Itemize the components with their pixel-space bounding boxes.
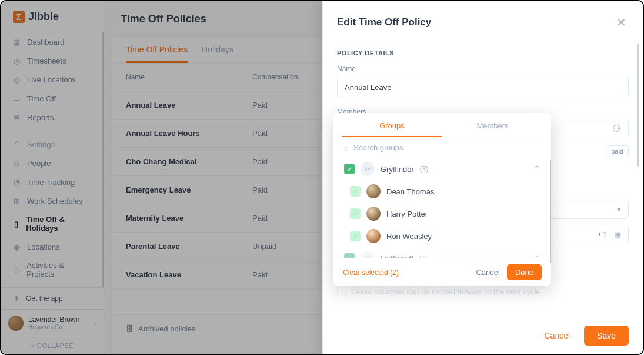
cancel-button[interactable]: Cancel (537, 326, 577, 345)
avatar (366, 229, 381, 243)
group-icon: ⚇ (361, 251, 375, 258)
close-icon[interactable]: ✕ (614, 13, 629, 32)
checkbox-checked-light[interactable]: ✓ (350, 231, 361, 241)
compensation-pill: paid (606, 145, 629, 157)
panel-title: Edit Time Off Policy (337, 16, 431, 28)
avatar (366, 207, 381, 221)
checkbox-checked-light[interactable]: ✓ (350, 208, 361, 219)
checkbox-checked[interactable]: ✓ (344, 164, 355, 174)
group-row-hufflepuff[interactable]: ✓ ⚇ Hufflepuff (1) ⌃ (342, 247, 543, 258)
scrollbar[interactable] (637, 44, 639, 167)
checkbox-checked-light[interactable]: ✓ (350, 186, 361, 197)
calendar-icon: ▦ (614, 230, 621, 239)
search-groups-input[interactable]: ⌕ Search groups (333, 137, 551, 158)
name-field-label: Name (337, 65, 629, 73)
chevron-down-icon: ▾ (617, 205, 621, 214)
avatar (366, 184, 381, 198)
members-picker-popover: Groups Members ⌕ Search groups ✓ ⚇ Gryff… (333, 113, 551, 286)
member-row[interactable]: ✓ Ron Weasley (342, 225, 543, 247)
section-policy-details: POLICY DETAILS (337, 49, 629, 57)
search-icon: ⌕ (344, 143, 349, 152)
tab-members[interactable]: Members (442, 121, 543, 137)
checkbox[interactable] (337, 287, 346, 296)
member-row[interactable]: ✓ Harry Potter (342, 203, 543, 225)
add-member-icon[interactable]: ⚇+ (612, 123, 623, 135)
popover-done-button[interactable]: Done (507, 264, 542, 280)
save-button[interactable]: Save (584, 326, 629, 346)
member-row[interactable]: ✓ Dean Thomas (342, 180, 543, 203)
policy-name-input[interactable] (337, 77, 629, 98)
group-row-gryffindor[interactable]: ✓ ⚇ Gryffindor (3) ⌃ (342, 158, 543, 180)
chevron-up-icon[interactable]: ⌃ (533, 254, 540, 258)
clear-selected-button[interactable]: Clear selected (2) (343, 268, 399, 277)
chevron-up-icon[interactable]: ⌃ (533, 164, 540, 174)
group-icon: ⚇ (361, 162, 375, 176)
checkbox-checked[interactable]: ✓ (344, 253, 355, 258)
popover-cancel-button[interactable]: Cancel (469, 264, 506, 280)
tab-groups[interactable]: Groups (342, 121, 442, 137)
balance-checkbox-row[interactable]: Leave balances can be carried forward to… (337, 287, 629, 296)
